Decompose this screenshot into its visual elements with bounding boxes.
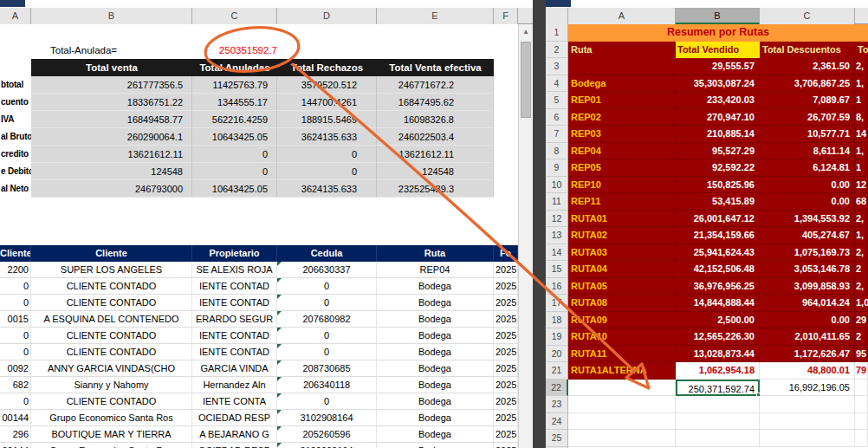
client-cell[interactable]: 207680982 — [277, 311, 377, 328]
descuentos-cell-row14[interactable]: 1,075,169.73 — [760, 244, 855, 262]
vendido-cell-row16[interactable]: 36,976,956.25 — [676, 278, 760, 295]
empty-cell-row25[interactable] — [855, 430, 868, 447]
client-cell[interactable]: CLIENTE CONTADO — [31, 295, 192, 311]
vendido-cell-row3[interactable]: 29,555.57 — [676, 58, 760, 75]
vendido-cell-row13[interactable]: 21,354,159.66 — [676, 227, 760, 244]
client-cell[interactable]: 206630337 — [277, 262, 377, 278]
summary-row-label[interactable]: al Bruto — [0, 128, 31, 146]
client-table-header[interactable]: Cliente — [31, 245, 192, 262]
summary-cell[interactable]: 3624135.633 — [277, 128, 377, 146]
descuentos-cell-row7[interactable]: 10,577.71 — [760, 126, 855, 143]
client-cell[interactable]: CLIENTE CONTADO — [31, 278, 192, 295]
descuentos-cell-row12[interactable]: 1,394,553.92 — [760, 211, 855, 228]
vendido-cell-row7[interactable]: 210,885.14 — [676, 126, 760, 143]
summary-cell[interactable]: 3579520.512 — [277, 76, 377, 94]
client-cell[interactable]: ERARDO SEGUR — [192, 311, 277, 328]
empty-cell-row23[interactable] — [760, 396, 855, 413]
client-table-header[interactable]: Cedula — [277, 245, 377, 262]
client-cell[interactable]: 2025 — [494, 328, 518, 344]
ruta-cell-row18[interactable]: RUTA09 — [568, 312, 676, 329]
ruta-cell-row22[interactable] — [568, 380, 676, 397]
ruta-cell-row4[interactable]: Bodega — [568, 75, 676, 93]
vendido-cell-row19[interactable]: 12,565,226.30 — [676, 328, 760, 346]
client-cell[interactable]: Grupo Economico Santa Ros — [31, 410, 192, 426]
row-number-20[interactable]: 20 — [546, 346, 568, 363]
client-cell[interactable]: 296 — [0, 426, 31, 443]
vendido-cell-row15[interactable]: 42,152,506.48 — [676, 261, 760, 278]
client-cell[interactable]: 00144 — [0, 410, 31, 426]
client-cell[interactable]: REP04 — [377, 262, 494, 278]
client-cell[interactable]: 2025 — [494, 426, 518, 443]
row-number-22[interactable]: 22 — [546, 380, 568, 397]
descuentos-cell-row16[interactable]: 3,099,858.93 — [760, 278, 855, 295]
client-table-header[interactable]: Ruta — [377, 245, 494, 262]
summary-row-label[interactable]: cuento — [0, 94, 31, 111]
client-cell[interactable]: 0092 — [0, 360, 31, 377]
client-cell[interactable]: 2025 — [494, 295, 518, 311]
vendido-cell-row18[interactable]: 2,500.00 — [676, 312, 760, 329]
summary-row-label[interactable]: al Neto — [0, 180, 31, 198]
client-cell[interactable]: 3102908164 — [277, 410, 377, 426]
extra-cell-row15[interactable]: 2 — [855, 261, 868, 278]
summary-cell[interactable]: 11425763.79 — [192, 76, 277, 94]
extra-cell-row12[interactable]: 2, — [855, 211, 868, 228]
client-cell[interactable]: A BEJARANO G — [192, 426, 277, 443]
empty-cell-row23[interactable] — [676, 396, 760, 413]
ruta-cell-row5[interactable]: REP01 — [568, 92, 676, 109]
descuentos-cell-row17[interactable]: 964,014.24 — [760, 295, 855, 312]
client-table-header[interactable]: Propietario — [192, 245, 277, 262]
row-number-4[interactable]: 4 — [546, 75, 568, 93]
vendido-cell-row14[interactable]: 25,941,624.43 — [676, 244, 760, 262]
empty-cell-row25[interactable] — [760, 430, 855, 447]
descuentos-cell-row6[interactable]: 26,707.59 — [760, 109, 855, 127]
client-cell[interactable]: Bodega — [377, 344, 494, 360]
client-cell[interactable]: 682 — [0, 377, 31, 393]
extra-cell-row7[interactable]: 14 — [855, 126, 868, 143]
vendido-cell-row12[interactable]: 26,001,647.12 — [676, 211, 760, 228]
ruta-cell-row21[interactable]: RUTA1ALTERNA — [568, 362, 676, 380]
summary-cell[interactable]: 16098326.8 — [377, 111, 494, 128]
client-cell[interactable]: A ESQUINA DEL CONTENEDO — [31, 311, 192, 328]
client-cell[interactable]: 0 — [0, 295, 31, 311]
extra-cell-row14[interactable]: 2, — [855, 244, 868, 262]
extra-cell-row11[interactable]: 68 — [855, 193, 868, 211]
resumen-title-cell[interactable]: Resumen por Rutas — [568, 24, 868, 42]
vendido-cell-row4[interactable]: 35,303,087.24 — [676, 75, 760, 93]
client-cell[interactable]: Bodega — [377, 426, 494, 443]
summary-cell[interactable]: 13621612.11 — [31, 146, 192, 163]
row-number-14[interactable]: 14 — [546, 244, 568, 262]
total-anulada-value-cell[interactable]: 250351592.7 — [192, 42, 277, 59]
vendido-cell-row10[interactable]: 150,825.96 — [676, 177, 760, 194]
summary-cell[interactable]: 188915.5469 — [277, 111, 377, 128]
extra-cell-row16[interactable]: 2, — [855, 278, 868, 295]
row-number-8[interactable]: 8 — [546, 143, 568, 160]
summary-cell[interactable]: 13621612.11 — [377, 146, 494, 163]
summary-cell[interactable]: 1344555.17 — [192, 94, 277, 111]
vendido-cell-row21[interactable]: 1,062,954.18 — [676, 362, 760, 380]
ruta-cell-row12[interactable]: RUTA01 — [568, 211, 676, 228]
extra-cell-row18[interactable]: 29 — [855, 312, 868, 329]
client-cell[interactable]: 2025 — [494, 262, 518, 278]
ruta-cell-row11[interactable]: REP11 — [568, 193, 676, 211]
extra-cell-row9[interactable]: 1 — [855, 159, 868, 177]
client-cell[interactable]: OCIEDAD RESP — [192, 410, 277, 426]
descuentos-cell-row5[interactable]: 7,089.67 — [760, 92, 855, 109]
ruta-cell-row6[interactable]: REP02 — [568, 109, 676, 127]
row-number-7[interactable]: 7 — [546, 126, 568, 143]
client-cell[interactable]: 0 — [0, 278, 31, 295]
summary-row-label[interactable]: e Debito — [0, 163, 31, 180]
summary-cell[interactable]: 3624135.633 — [277, 180, 377, 198]
client-cell[interactable]: Bodega — [377, 295, 494, 311]
row-number-3[interactable]: 3 — [546, 58, 568, 75]
vendido-cell-row8[interactable]: 95,527.29 — [676, 143, 760, 160]
row-number-23[interactable]: 23 — [546, 396, 568, 413]
client-table-header[interactable]: Cliente — [0, 245, 31, 262]
client-cell[interactable]: 2025 — [494, 278, 518, 295]
row-number-18[interactable]: 18 — [546, 312, 568, 329]
summary-cell[interactable]: 562216.4259 — [192, 111, 277, 128]
summary-table-header[interactable]: Total Anuladas — [192, 59, 277, 76]
ruta-cell-row13[interactable]: RUTA02 — [568, 227, 676, 244]
row-number-15[interactable]: 15 — [546, 261, 568, 278]
summary-cell[interactable]: 18336751.22 — [31, 94, 192, 111]
summary-cell[interactable]: 260290064.1 — [31, 128, 192, 146]
